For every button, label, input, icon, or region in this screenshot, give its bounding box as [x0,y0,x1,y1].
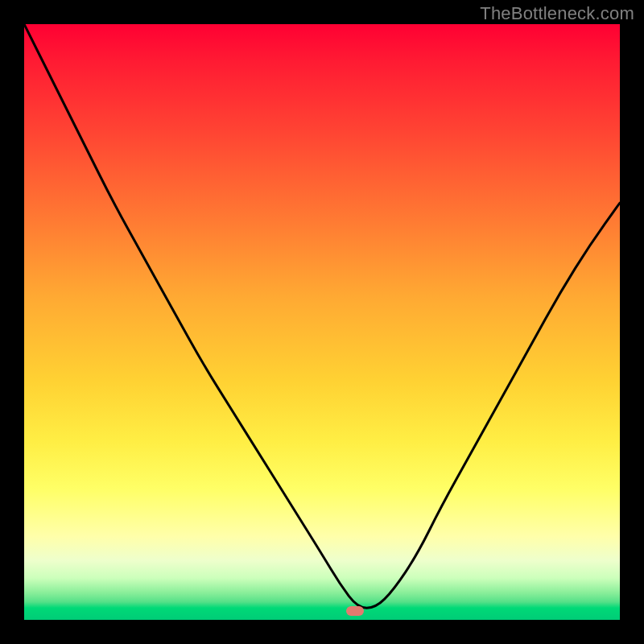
watermark-text: TheBottleneck.com [480,3,634,24]
plot-area [24,24,620,620]
chart-frame: TheBottleneck.com [0,0,644,644]
valley-marker [346,606,364,616]
bottleneck-curve [24,24,620,620]
